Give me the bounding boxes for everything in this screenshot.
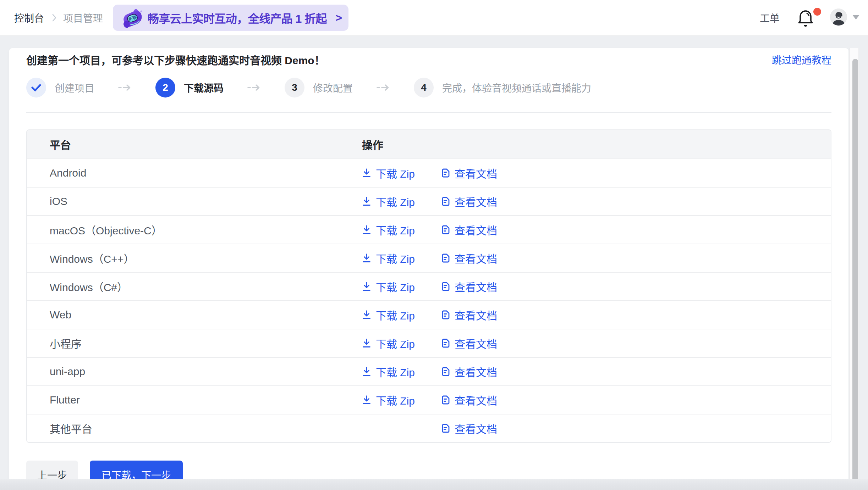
download-icon — [362, 367, 371, 377]
platform-name: uni-app — [27, 366, 359, 378]
notification-bell[interactable] — [798, 9, 821, 28]
download-zip-link[interactable]: 下载 Zip — [362, 165, 441, 181]
download-icon — [362, 338, 371, 348]
platform-table: 平台 操作 Android 下载 Zip — [26, 129, 831, 443]
document-icon — [441, 168, 450, 178]
view-docs-label: 查看文档 — [455, 335, 497, 351]
user-avatar[interactable] — [830, 9, 847, 26]
view-docs-label: 查看文档 — [455, 165, 497, 181]
column-header-actions: 操作 — [359, 137, 831, 152]
view-docs-link[interactable]: 查看文档 — [441, 194, 497, 209]
platform-name: iOS — [27, 195, 359, 207]
step-1-label: 创建项目 — [55, 80, 94, 95]
table-row: Android 下载 Zip 查看文档 — [27, 158, 831, 187]
platform-name: 其他平台 — [27, 421, 359, 436]
document-icon — [441, 423, 450, 433]
document-icon — [441, 253, 450, 263]
download-zip-link[interactable]: 下载 Zip — [362, 222, 441, 238]
step-2-number: 2 — [155, 78, 175, 98]
skip-tutorial-link[interactable]: 跳过跑通教程 — [772, 52, 831, 67]
download-zip-label: 下载 Zip — [376, 335, 415, 351]
step-1-check-icon — [26, 78, 46, 98]
document-icon — [441, 338, 450, 348]
platform-name: Windows（C#） — [27, 279, 359, 294]
promo-banner-text: 畅享云上实时互动，全线产品 1 折起 — [148, 10, 327, 26]
download-zip-link[interactable]: 下载 Zip — [362, 392, 441, 408]
platform-name: Android — [27, 167, 359, 179]
ticket-link[interactable]: 工单 — [760, 0, 780, 35]
download-zip-label: 下载 Zip — [376, 250, 415, 266]
table-row: 其他平台 下载 Zip 查看文档 — [27, 414, 831, 442]
table-row: uni-app 下载 Zip 查看文档 — [27, 357, 831, 385]
main-content-area: 创建第一个项目，可参考以下步骤快速跑通实时音视频 Demo！ 跳过跑通教程 创建… — [0, 36, 868, 490]
download-icon — [362, 395, 371, 405]
download-icon — [362, 253, 371, 263]
download-zip-link[interactable]: 下载 Zip — [362, 194, 441, 209]
view-docs-label: 查看文档 — [455, 194, 497, 209]
download-zip-link[interactable]: 下载 Zip — [362, 364, 441, 379]
download-zip-label: 下载 Zip — [376, 165, 415, 181]
wizard-steps: 创建项目 2 下载源码 3 修改配置 4 完成，体验音视频通话或直播能力 — [26, 78, 831, 98]
step-create-project: 创建项目 — [26, 78, 94, 98]
document-icon — [441, 196, 450, 206]
document-icon — [441, 367, 450, 377]
table-row: iOS 下载 Zip 查看文档 — [27, 187, 831, 215]
bottom-shadow-band — [0, 479, 868, 490]
promo-gamepad-icon: 新春 — [121, 7, 143, 28]
table-row: Flutter 下载 Zip 查看文档 — [27, 385, 831, 414]
step-download-source: 2 下载源码 — [155, 78, 224, 98]
table-row: 小程序 下载 Zip 查看文档 — [27, 329, 831, 357]
view-docs-label: 查看文档 — [455, 364, 497, 379]
promo-banner-arrow: > — [335, 11, 342, 24]
breadcrumb-console[interactable]: 控制台 — [14, 11, 44, 25]
step-2-label: 下载源码 — [184, 80, 224, 95]
table-row: Windows（C++） 下载 Zip 查看文档 — [27, 244, 831, 272]
view-docs-label: 查看文档 — [455, 279, 497, 294]
view-docs-link[interactable]: 查看文档 — [441, 335, 497, 351]
platform-name: Flutter — [27, 394, 359, 406]
view-docs-link[interactable]: 查看文档 — [441, 307, 497, 323]
download-zip-link[interactable]: 下载 Zip — [362, 279, 441, 294]
bell-icon — [798, 9, 813, 28]
download-zip-label: 下载 Zip — [376, 194, 415, 209]
chevron-right-icon — [51, 13, 57, 22]
step-finish: 4 完成，体验音视频通话或直播能力 — [414, 78, 591, 98]
view-docs-label: 查看文档 — [455, 222, 497, 238]
download-zip-link[interactable]: 下载 Zip — [362, 307, 441, 323]
download-zip-label: 下载 Zip — [376, 279, 415, 294]
notification-dot — [813, 8, 821, 16]
view-docs-link[interactable]: 查看文档 — [441, 222, 497, 238]
download-icon — [362, 196, 371, 206]
view-docs-label: 查看文档 — [455, 421, 497, 436]
download-icon — [362, 168, 371, 178]
step-arrow-icon — [247, 84, 261, 91]
download-zip-link[interactable]: 下载 Zip — [362, 335, 441, 351]
step-3-number: 3 — [285, 78, 304, 98]
step-4-label: 完成，体验音视频通话或直播能力 — [442, 80, 591, 95]
platform-name: macOS（Objective-C） — [27, 222, 359, 238]
download-zip-label: 下载 Zip — [376, 222, 415, 238]
platform-name: Windows（C++） — [27, 250, 359, 266]
promo-banner[interactable]: 新春 畅享云上实时互动，全线产品 1 折起 > — [113, 5, 348, 31]
user-icon — [830, 9, 847, 26]
download-icon — [362, 282, 371, 291]
scrollbar-thumb[interactable] — [852, 59, 858, 490]
table-row: Web 下载 Zip 查看文档 — [27, 300, 831, 329]
download-icon — [362, 225, 371, 235]
top-navigation-bar: 控制台 项目管理 — [0, 0, 868, 36]
view-docs-link[interactable]: 查看文档 — [441, 165, 497, 181]
step-3-label: 修改配置 — [313, 80, 353, 95]
view-docs-link[interactable]: 查看文档 — [441, 364, 497, 379]
platform-name: Web — [27, 309, 359, 321]
scrollbar-track[interactable] — [849, 48, 859, 490]
download-zip-label: 下载 Zip — [376, 392, 415, 408]
download-zip-link[interactable]: 下载 Zip — [362, 250, 441, 266]
view-docs-link[interactable]: 查看文档 — [441, 392, 497, 408]
view-docs-link[interactable]: 查看文档 — [441, 250, 497, 266]
avatar-caret-down-icon[interactable] — [852, 15, 859, 20]
view-docs-link[interactable]: 查看文档 — [441, 279, 497, 294]
view-docs-link[interactable]: 查看文档 — [441, 421, 497, 436]
column-header-platform: 平台 — [27, 137, 359, 152]
download-zip-label: 下载 Zip — [376, 364, 415, 379]
quickstart-card: 创建第一个项目，可参考以下步骤快速跑通实时音视频 Demo！ 跳过跑通教程 创建… — [9, 48, 848, 490]
